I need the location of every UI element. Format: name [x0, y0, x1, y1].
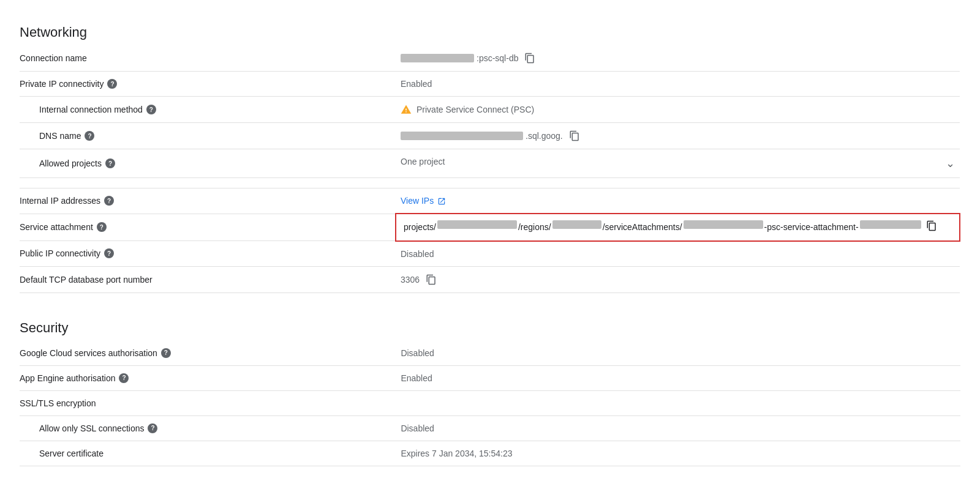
private-ip-value: Enabled [396, 72, 960, 97]
security-title: Security [20, 310, 960, 336]
google-cloud-auth-label: Google Cloud services authorisation ? [20, 341, 396, 366]
table-row: Service attachment ? projects//regions//… [20, 214, 960, 240]
table-row: DNS name ? .sql.goog. [20, 123, 960, 149]
table-row: Allow only SSL connections ? Disabled [20, 415, 960, 441]
app-engine-auth-help-icon[interactable]: ? [119, 373, 129, 383]
spacer-row [20, 178, 960, 188]
view-ips-link[interactable]: View IPs [401, 196, 446, 206]
app-engine-auth-label: App Engine authorisation ? [20, 365, 396, 390]
sa-redacted3 [684, 220, 763, 229]
connection-name-label: Connection name [20, 45, 396, 72]
dns-name-value: .sql.goog. [396, 123, 960, 149]
sa-redacted2 [552, 220, 601, 229]
table-row: Public IP connectivity ? Disabled [20, 241, 960, 267]
dns-name-suffix: .sql.goog. [526, 131, 563, 141]
sa-middle2: /serviceAttachments/ [603, 220, 682, 234]
internal-connection-value: Private Service Connect (PSC) [396, 97, 960, 123]
app-engine-auth-value: Enabled [396, 365, 960, 390]
server-cert-value: Expires 7 Jan 2034, 15:54:23 [396, 441, 960, 466]
internal-connection-label: Internal connection method ? [20, 97, 396, 123]
internal-ip-value: View IPs [396, 188, 960, 214]
allow-ssl-label: Allow only SSL connections ? [20, 415, 396, 441]
dns-name-copy-icon[interactable] [569, 130, 580, 141]
service-attachment-label: Service attachment ? [20, 214, 396, 240]
connection-name-value: :psc-sql-db [396, 45, 960, 72]
public-ip-label: Public IP connectivity ? [20, 241, 396, 267]
dns-name-redacted [401, 132, 523, 140]
service-attachment-value: projects//regions//serviceAttachments/-p… [396, 214, 960, 240]
private-ip-help-icon[interactable]: ? [107, 79, 117, 89]
table-row: Google Cloud services authorisation ? Di… [20, 341, 960, 366]
service-attachment-help-icon[interactable]: ? [97, 222, 107, 232]
private-ip-label: Private IP connectivity ? [20, 72, 396, 97]
allowed-projects-label: Allowed projects ? [20, 149, 396, 178]
dns-name-help-icon[interactable]: ? [85, 131, 94, 141]
sa-middle1: /regions/ [518, 220, 551, 234]
table-row: SSL/TLS encryption [20, 390, 960, 415]
sa-redacted4 [860, 220, 921, 229]
service-attachment-copy-icon[interactable] [926, 220, 937, 231]
security-table: Google Cloud services authorisation ? Di… [20, 341, 960, 466]
ssl-tls-label: SSL/TLS encryption [20, 390, 396, 415]
allowed-projects-help-icon[interactable]: ? [105, 158, 115, 168]
sa-redacted1 [437, 220, 517, 229]
warning-icon [401, 104, 412, 115]
public-ip-help-icon[interactable]: ? [104, 248, 114, 258]
internal-ip-help-icon[interactable]: ? [104, 196, 114, 206]
internal-connection-help-icon[interactable]: ? [146, 105, 156, 114]
table-row: Default TCP database port number 3306 [20, 266, 960, 292]
table-row: Allowed projects ? One project ⌄ [20, 149, 960, 178]
ssl-tls-value [396, 390, 960, 415]
allow-ssl-value: Disabled [396, 415, 960, 441]
internal-ip-label: Internal IP addresses ? [20, 188, 396, 214]
google-cloud-auth-help-icon[interactable]: ? [161, 348, 171, 358]
table-row: Connection name :psc-sql-db [20, 45, 960, 72]
server-cert-label: Server certificate [20, 441, 396, 466]
table-row: App Engine authorisation ? Enabled [20, 365, 960, 390]
google-cloud-auth-value: Disabled [396, 341, 960, 366]
table-row: Internal connection method ? Private Ser… [20, 97, 960, 123]
connection-name-copy-icon[interactable] [524, 53, 535, 64]
table-row: Internal IP addresses ? View IPs [20, 188, 960, 214]
tcp-port-value: 3306 [396, 266, 960, 292]
networking-table: Connection name :psc-sql-db Private IP c… [20, 45, 960, 293]
connection-name-redacted [401, 54, 474, 62]
tcp-port-copy-icon[interactable] [426, 274, 437, 285]
connection-name-suffix: :psc-sql-db [477, 53, 518, 63]
allow-ssl-help-icon[interactable]: ? [148, 423, 157, 433]
allowed-projects-value: One project ⌄ [396, 149, 960, 178]
public-ip-value: Disabled [396, 241, 960, 267]
tcp-port-label: Default TCP database port number [20, 266, 396, 292]
allowed-projects-expand-icon[interactable]: ⌄ [946, 157, 955, 170]
table-row: Private IP connectivity ? Enabled [20, 72, 960, 97]
sa-suffix: -psc-service-attachment- [764, 220, 859, 234]
networking-title: Networking [20, 15, 960, 40]
sa-prefix: projects/ [404, 220, 436, 234]
dns-name-label: DNS name ? [20, 123, 396, 149]
table-row: Server certificate Expires 7 Jan 2034, 1… [20, 441, 960, 466]
